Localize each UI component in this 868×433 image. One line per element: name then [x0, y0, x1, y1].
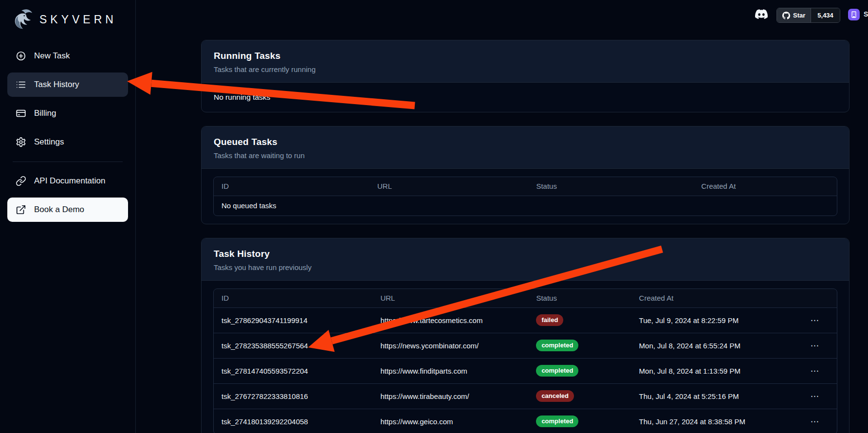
task-id-cell: tsk_278147405593572204: [214, 358, 372, 383]
task-created-cell: Mon, Jul 8, 2024 at 1:13:59 PM: [631, 358, 794, 383]
queued-table-header-row: ID URL Status Created At: [214, 177, 837, 196]
sidebar-item-label: Settings: [34, 137, 64, 147]
queued-tasks-card: Queued Tasks Tasks that are waiting to r…: [201, 126, 850, 224]
task-actions-cell: ⋯: [793, 333, 837, 358]
discord-icon[interactable]: [754, 8, 769, 20]
task-status-cell: completed: [528, 409, 631, 433]
credit-card-icon: [16, 108, 26, 119]
app-root: SKYVERN New Task Task History Billing: [0, 0, 868, 433]
history-table-body: tsk_278629043741199914https://www.tartec…: [214, 307, 837, 433]
sidebar-item-label: API Documentation: [34, 176, 105, 186]
sidebar-divider: [13, 162, 123, 162]
task-status-cell: completed: [528, 358, 631, 383]
row-actions-button[interactable]: ⋯: [808, 341, 823, 351]
book-a-demo-label: Book a Demo: [34, 205, 84, 215]
task-history-card: Task History Tasks you have run previous…: [201, 238, 850, 433]
status-badge: completed: [536, 415, 578, 427]
task-history-row[interactable]: tsk_276727822333810816https://www.tirabe…: [214, 383, 837, 409]
queued-empty-row: No queued tasks: [214, 196, 837, 216]
task-id-cell: tsk_274180139292204058: [214, 409, 372, 433]
task-created-cell: Mon, Jul 8, 2024 at 6:55:24 PM: [631, 333, 794, 358]
status-badge: failed: [536, 314, 563, 326]
task-actions-cell: ⋯: [793, 307, 837, 333]
sidebar-secondary-nav: API Documentation Book a Demo: [0, 169, 135, 222]
org-avatar[interactable]: [848, 9, 860, 20]
task-actions-cell: ⋯: [793, 383, 837, 409]
sidebar: SKYVERN New Task Task History Billing: [0, 0, 136, 433]
task-history-header: Task History Tasks you have run previous…: [202, 238, 849, 281]
task-url-cell: https://www.tartecosmetics.com: [372, 307, 528, 333]
queued-tasks-header: Queued Tasks Tasks that are waiting to r…: [202, 126, 849, 169]
column-status: Status: [528, 177, 693, 196]
task-url-cell: https://news.ycombinator.com/: [372, 333, 528, 358]
sidebar-item-label: Task History: [34, 80, 79, 90]
task-url-cell: https://www.tirabeauty.com/: [372, 383, 528, 409]
sidebar-item-label: New Task: [34, 51, 70, 61]
task-history-title: Task History: [214, 249, 837, 259]
task-id-cell: tsk_278629043741199914: [214, 307, 372, 333]
task-history-row[interactable]: tsk_278629043741199914https://www.tartec…: [214, 307, 837, 333]
sidebar-item-settings[interactable]: Settings: [7, 130, 128, 154]
column-url: URL: [372, 289, 528, 307]
status-badge: completed: [536, 365, 578, 377]
sidebar-item-task-history[interactable]: Task History: [7, 72, 128, 97]
running-tasks-title: Running Tasks: [214, 51, 837, 61]
user-menu-label[interactable]: Sk: [864, 10, 868, 18]
github-icon: [782, 12, 790, 19]
column-created-at: Created At: [631, 289, 794, 307]
task-id-cell: tsk_278235388555267564: [214, 333, 372, 358]
book-a-demo-button[interactable]: Book a Demo: [7, 198, 128, 222]
github-star-label: Star: [793, 12, 805, 19]
sidebar-item-new-task[interactable]: New Task: [7, 44, 128, 68]
sidebar-item-api-documentation[interactable]: API Documentation: [7, 169, 128, 193]
queued-tasks-subtitle: Tasks that are waiting to run: [214, 151, 837, 160]
main-content: Running Tasks Tasks that are currently r…: [201, 40, 850, 433]
logo[interactable]: SKYVERN: [0, 6, 135, 33]
task-history-subtitle: Tasks you have run previously: [214, 263, 837, 272]
task-created-cell: Thu, Jul 4, 2024 at 5:25:16 PM: [631, 383, 794, 409]
github-star-count[interactable]: 5,434: [811, 8, 840, 22]
task-history-row[interactable]: tsk_274180139292204058https://www.geico.…: [214, 409, 837, 433]
status-badge: canceled: [536, 390, 574, 402]
building-icon: [850, 11, 858, 18]
sidebar-item-billing[interactable]: Billing: [7, 101, 128, 126]
task-history-row[interactable]: tsk_278147405593572204https://www.findit…: [214, 358, 837, 383]
github-star-button[interactable]: Star: [777, 8, 811, 22]
queued-tasks-title: Queued Tasks: [214, 137, 837, 147]
brand-name: SKYVERN: [39, 13, 117, 26]
skyvern-dragon-icon: [12, 8, 34, 31]
task-created-cell: Thu, Jun 27, 2024 at 8:38:58 PM: [631, 409, 794, 433]
column-url: URL: [369, 177, 528, 196]
task-created-cell: Tue, Jul 9, 2024 at 8:22:59 PM: [631, 307, 794, 333]
sidebar-item-label: Billing: [34, 108, 56, 118]
column-id: ID: [214, 177, 369, 196]
list-icon: [16, 79, 26, 90]
task-history-row[interactable]: tsk_278235388555267564https://news.ycomb…: [214, 333, 837, 358]
link-icon: [16, 176, 26, 186]
external-link-icon: [16, 204, 26, 215]
column-actions: [793, 289, 837, 307]
running-tasks-empty-state: No running tasks: [202, 83, 849, 112]
running-tasks-subtitle: Tasks that are currently running: [214, 65, 837, 74]
running-tasks-header: Running Tasks Tasks that are currently r…: [202, 40, 849, 83]
task-actions-cell: ⋯: [793, 409, 837, 433]
row-actions-button[interactable]: ⋯: [808, 391, 823, 401]
row-actions-button[interactable]: ⋯: [808, 366, 823, 376]
row-actions-button[interactable]: ⋯: [808, 416, 823, 427]
gear-icon: [16, 137, 26, 147]
github-star-widget[interactable]: Star 5,434: [776, 8, 840, 23]
column-created-at: Created At: [694, 177, 837, 196]
task-url-cell: https://www.finditparts.com: [372, 358, 528, 383]
task-status-cell: canceled: [528, 383, 631, 409]
task-actions-cell: ⋯: [793, 358, 837, 383]
task-id-cell: tsk_276727822333810816: [214, 383, 372, 409]
column-id: ID: [214, 289, 372, 307]
sidebar-nav: New Task Task History Billing Settin: [0, 44, 135, 154]
queued-tasks-table: ID URL Status Created At No queued tasks: [213, 177, 837, 216]
queued-empty-state: No queued tasks: [214, 196, 837, 216]
plus-circle-icon: [16, 51, 26, 61]
task-history-table: ID URL Status Created At tsk_27862904374…: [213, 289, 837, 433]
task-status-cell: completed: [528, 333, 631, 358]
task-url-cell: https://www.geico.com: [372, 409, 528, 433]
row-actions-button[interactable]: ⋯: [808, 315, 823, 325]
